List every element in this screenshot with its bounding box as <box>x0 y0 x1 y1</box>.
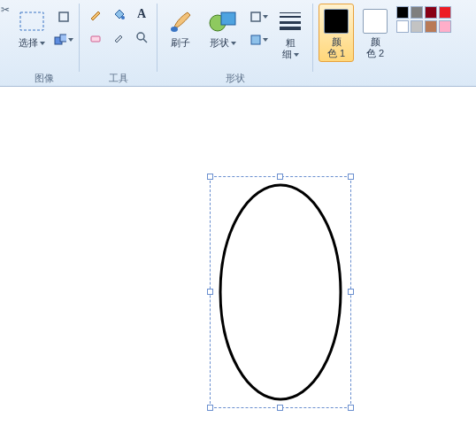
brush-button[interactable]: 刷子 <box>163 4 198 62</box>
group-tools: A 工具 <box>80 0 157 86</box>
svg-rect-11 <box>251 12 260 21</box>
group-image-label: 图像 <box>35 72 54 84</box>
shapes-button[interactable]: 形状 <box>202 4 244 62</box>
size-icon <box>276 7 304 35</box>
resize-handle-s[interactable] <box>277 405 283 411</box>
selection-box[interactable] <box>210 176 351 408</box>
fill-tool[interactable] <box>108 4 129 25</box>
group-shapes-label: 形状 <box>226 72 245 84</box>
brush-icon <box>166 7 195 35</box>
palette-swatch[interactable] <box>439 20 451 33</box>
color2-label: 颜 色 2 <box>366 36 384 59</box>
picker-tool[interactable] <box>108 27 129 48</box>
group-shapes: 刷子 形状 粗 细 <box>157 0 313 86</box>
color-palette <box>396 4 451 33</box>
palette-swatch[interactable] <box>425 20 437 33</box>
resize-handle-nw[interactable] <box>207 174 213 180</box>
shapes-icon <box>205 7 241 35</box>
brush-label: 刷子 <box>171 37 190 49</box>
svg-line-7 <box>143 39 147 42</box>
color2-button[interactable]: 颜 色 2 <box>357 4 393 62</box>
color1-label: 颜 色 1 <box>327 36 345 59</box>
resize-handle-w[interactable] <box>207 289 213 295</box>
svg-rect-0 <box>20 12 43 30</box>
size-button[interactable]: 粗 细 <box>273 4 308 62</box>
ribbon-toolbar: ✂ 选择 图像 <box>0 0 476 87</box>
shape-label: 形状 <box>210 37 229 48</box>
group-tools-label: 工具 <box>109 72 128 84</box>
palette-swatch[interactable] <box>411 20 423 33</box>
palette-swatch[interactable] <box>439 6 451 19</box>
group-colors: 颜 色 1 颜 色 2 <box>313 0 457 86</box>
palette-swatch[interactable] <box>425 6 437 19</box>
fill-style-button[interactable] <box>248 29 269 50</box>
group-image: 选择 图像 <box>9 0 80 86</box>
clipboard-slice: ✂ <box>2 0 9 86</box>
svg-point-6 <box>137 33 144 40</box>
outline-button[interactable] <box>248 6 269 27</box>
resize-handle-sw[interactable] <box>207 405 213 411</box>
select-label: 选择 <box>19 37 38 48</box>
text-tool[interactable]: A <box>131 4 152 25</box>
svg-rect-3 <box>60 35 66 42</box>
resize-handle-n[interactable] <box>277 174 283 180</box>
select-button[interactable]: 选择 <box>14 4 50 62</box>
select-icon <box>18 7 46 35</box>
svg-point-4 <box>121 16 125 19</box>
color1-swatch <box>324 9 349 34</box>
palette-swatch[interactable] <box>411 6 423 19</box>
palette-swatch[interactable] <box>396 20 409 33</box>
pencil-tool[interactable] <box>85 4 106 25</box>
magnifier-tool[interactable] <box>131 27 152 48</box>
eraser-tool[interactable] <box>85 27 106 48</box>
palette-swatch[interactable] <box>396 6 409 19</box>
resize-button[interactable] <box>53 29 74 50</box>
svg-rect-1 <box>59 12 68 21</box>
svg-rect-5 <box>91 36 100 42</box>
color2-swatch <box>363 9 388 34</box>
crop-button[interactable] <box>53 6 74 27</box>
resize-handle-ne[interactable] <box>348 174 354 180</box>
resize-handle-e[interactable] <box>348 289 354 295</box>
svg-rect-10 <box>221 12 235 25</box>
canvas[interactable] <box>0 87 476 448</box>
resize-handle-se[interactable] <box>348 405 354 411</box>
color1-button[interactable]: 颜 色 1 <box>319 4 354 62</box>
svg-rect-12 <box>251 35 260 44</box>
svg-point-8 <box>171 27 178 32</box>
